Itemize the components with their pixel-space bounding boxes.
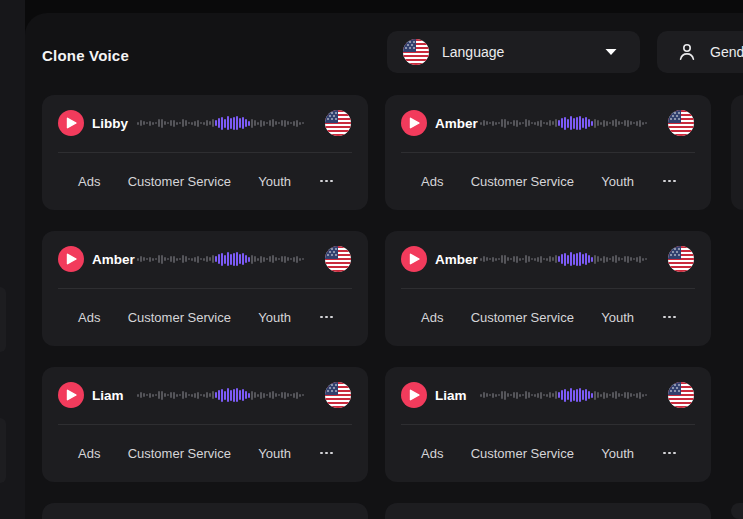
voice-card-grid: Libby AdsCustomer Servic <box>42 95 711 519</box>
card-divider <box>58 152 352 153</box>
tag-label: Youth <box>258 310 291 325</box>
language-filter-button[interactable]: Language <box>387 31 640 73</box>
more-options-button[interactable] <box>661 450 678 457</box>
clone-voice-page: Clone Voice Language <box>0 0 743 519</box>
us-flag-icon <box>325 110 351 136</box>
tag-label: Youth <box>601 174 634 189</box>
tag-label: Customer Service <box>128 446 231 461</box>
tag-list: AdsCustomer ServiceYouth <box>78 441 335 465</box>
us-flag-icon <box>668 246 694 272</box>
chevron-down-icon <box>604 48 618 56</box>
tag-list: AdsCustomer ServiceYouth <box>421 305 678 329</box>
play-icon <box>409 117 420 129</box>
tag-list: AdsCustomer ServiceYouth <box>78 169 335 193</box>
more-options-button[interactable] <box>318 314 335 321</box>
tag-label: Youth <box>258 446 291 461</box>
waveform <box>480 387 650 403</box>
card-divider <box>401 152 695 153</box>
tag-label: Customer Service <box>128 174 231 189</box>
tag-label: Youth <box>601 446 634 461</box>
play-icon <box>66 117 77 129</box>
play-button[interactable] <box>401 110 427 136</box>
tag-label: Youth <box>258 174 291 189</box>
gender-filter-button[interactable]: Gender <box>657 31 743 73</box>
page-title: Clone Voice <box>42 47 129 64</box>
play-button[interactable] <box>401 382 427 408</box>
voice-name: Libby <box>92 116 128 131</box>
more-options-button[interactable] <box>318 450 335 457</box>
voice-name: Amber <box>92 252 135 267</box>
voice-card-partial[interactable] <box>731 95 743 210</box>
tag-label: Customer Service <box>471 446 574 461</box>
tag-label: Ads <box>78 446 100 461</box>
waveform <box>480 251 650 267</box>
tag-list: AdsCustomer ServiceYouth <box>78 305 335 329</box>
voice-name: Liam <box>435 388 467 403</box>
voice-name: Amber <box>435 252 478 267</box>
more-horizontal-icon <box>320 452 323 455</box>
voice-name: Liam <box>92 388 124 403</box>
voice-card-partial[interactable] <box>731 503 743 519</box>
more-horizontal-icon <box>663 180 666 183</box>
background-card-edge <box>0 287 6 352</box>
play-icon <box>409 389 420 401</box>
play-button[interactable] <box>58 382 84 408</box>
person-icon <box>677 42 697 62</box>
play-icon <box>409 253 420 265</box>
voice-card[interactable]: Amber AdsCustomer Servic <box>385 231 711 346</box>
play-icon <box>66 389 77 401</box>
more-options-button[interactable] <box>661 178 678 185</box>
tag-label: Youth <box>601 310 634 325</box>
voice-card-partial[interactable] <box>42 503 368 519</box>
card-divider <box>401 288 695 289</box>
play-button[interactable] <box>401 246 427 272</box>
tag-label: Ads <box>421 174 443 189</box>
gender-filter-label: Gender <box>710 44 743 60</box>
voice-name: Amber <box>435 116 478 131</box>
voice-card[interactable]: Liam AdsCustomer Service <box>385 367 711 482</box>
us-flag-icon <box>668 382 694 408</box>
more-options-button[interactable] <box>318 178 335 185</box>
us-flag-icon <box>668 110 694 136</box>
us-flag-icon <box>403 39 429 65</box>
card-divider <box>58 424 352 425</box>
tag-label: Ads <box>421 446 443 461</box>
more-horizontal-icon <box>663 452 666 455</box>
tag-label: Ads <box>78 174 100 189</box>
us-flag-icon <box>325 382 351 408</box>
play-button[interactable] <box>58 110 84 136</box>
tag-list: AdsCustomer ServiceYouth <box>421 169 678 193</box>
waveform <box>137 251 307 267</box>
more-horizontal-icon <box>320 180 323 183</box>
tag-label: Customer Service <box>471 310 574 325</box>
voice-card-partial[interactable] <box>385 503 711 519</box>
more-horizontal-icon <box>320 316 323 319</box>
tag-label: Ads <box>421 310 443 325</box>
card-divider <box>401 424 695 425</box>
voice-card[interactable]: Amber AdsCustomer Servic <box>42 231 368 346</box>
waveform <box>137 115 307 131</box>
voice-card[interactable]: Amber AdsCustomer Servic <box>385 95 711 210</box>
page-background-strip <box>0 0 25 519</box>
more-horizontal-icon <box>663 316 666 319</box>
tag-list: AdsCustomer ServiceYouth <box>421 441 678 465</box>
waveform <box>137 387 307 403</box>
tag-label: Customer Service <box>471 174 574 189</box>
tag-label: Customer Service <box>128 310 231 325</box>
voice-card[interactable]: Libby AdsCustomer Servic <box>42 95 368 210</box>
play-icon <box>66 253 77 265</box>
play-button[interactable] <box>58 246 84 272</box>
us-flag-icon <box>325 246 351 272</box>
language-filter-label: Language <box>442 44 504 60</box>
voice-card[interactable]: Liam AdsCustomer Service <box>42 367 368 482</box>
more-options-button[interactable] <box>661 314 678 321</box>
tag-label: Ads <box>78 310 100 325</box>
waveform <box>480 115 650 131</box>
background-card-edge <box>0 418 6 483</box>
card-divider <box>58 288 352 289</box>
